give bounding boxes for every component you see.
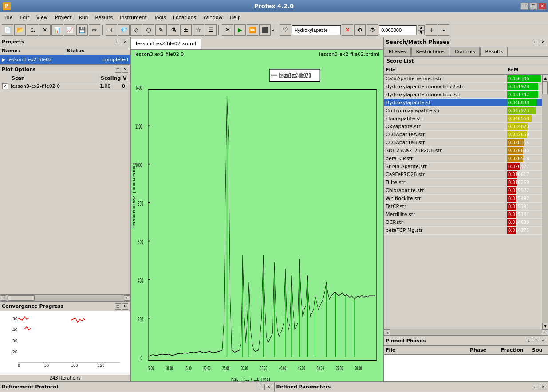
score-row-13[interactable]: Tuite.str 0.016269 [384,179,542,187]
projects-restore-button[interactable]: □ [115,39,121,45]
score-scroll-down[interactable]: ▼ [542,323,548,329]
number-input[interactable] [379,25,417,35]
score-h-scroll-left[interactable]: ◄ [384,329,390,336]
sm-close-button[interactable]: ✕ [540,39,546,45]
pencil-button[interactable]: ✎ [155,24,167,36]
remove-instrument-button[interactable]: ✕ [342,24,353,36]
flask-button[interactable]: ⚗ [168,24,179,36]
score-row-12[interactable]: Ca9FeP7O28.str 0.016617 [384,171,542,179]
crystal2-button[interactable]: ◇ [130,24,142,36]
scroll-left-button[interactable]: ◄ [0,295,6,301]
menu-window[interactable]: Window [200,14,226,21]
add-phase-button[interactable]: + [106,24,117,36]
score-v-scrollbar[interactable]: ▲ ▼ [542,75,548,329]
score-row-10[interactable]: betaTCP.str 0.026518 [384,155,542,163]
projects-close-button[interactable]: ✕ [122,39,128,45]
plot-options-close-button[interactable]: ✕ [122,67,128,73]
plot-h-scrollbar[interactable]: ◄ ► [0,294,130,301]
score-row-9[interactable]: Sr0_25Ca2_75P2O8.str 0.026633 [384,147,542,155]
pinned-edit-button[interactable]: ✏ [540,338,546,344]
score-row-18[interactable]: OCP.str 0.014639 [384,219,542,227]
new-file-button[interactable]: 📄 [2,24,13,36]
score-row-2[interactable]: Hydroxylapatite-monoclinic.str 0.051747 [384,91,542,99]
score-row-16[interactable]: TetCP.str 0.015191 [384,203,542,211]
score-row-11[interactable]: Sr-Mn-Apatite.str 0.020377 [384,163,542,171]
scrollbar-thumb[interactable] [8,295,35,301]
pinned-col-phase: Phase [468,347,499,353]
convergence-close-button[interactable]: ✕ [122,303,128,310]
tab-restrictions[interactable]: Restrictions [411,47,449,56]
chart2-button[interactable]: 📈 [64,24,75,36]
menu-view[interactable]: View [33,14,51,21]
open-button[interactable]: 📂 [14,24,26,36]
param2-button[interactable]: ⚙ [367,24,378,36]
menu-tools[interactable]: Tools [150,14,170,21]
open-folder-button[interactable]: 🗂 [27,24,38,36]
play-button[interactable]: ▶ [234,24,246,36]
heart-button[interactable]: ♡ [280,24,291,36]
stop-button[interactable]: ⬛ [259,24,271,36]
score-row-8[interactable]: CO3ApatiteB.str 0.028364 [384,139,542,147]
param1-button[interactable]: ⚙ [354,24,366,36]
eye-button[interactable]: 👁 [222,24,233,36]
save-button[interactable]: 💾 [76,24,88,36]
score-row-6[interactable]: Oxyapatite.str 0.034820 [384,123,542,131]
spin-up-button[interactable]: ▲ [418,25,425,30]
menu-file[interactable]: File [1,14,16,21]
project-row[interactable]: ▶ lesson3-ex2-file02 completed [0,55,130,64]
close-button[interactable]: ✕ [538,3,546,10]
score-row-7[interactable]: CO3ApatiteA.str 0.032659 [384,131,542,139]
maximize-button[interactable]: □ [529,3,537,10]
pinned-down-button[interactable]: ↓ [526,338,532,344]
circle-button[interactable]: ○ [143,24,154,36]
score-row-15[interactable]: Whitlockite.str 0.015492 [384,195,542,203]
score-row-17[interactable]: Merrillite.str 0.015144 [384,211,542,219]
crystal-button[interactable]: 💎 [118,24,130,36]
score-row-5[interactable]: Fluorapatite.str 0.040568 [384,115,542,123]
score-scroll-thumb[interactable] [542,81,548,94]
refined-restore-button[interactable]: □ [533,384,539,390]
chart-button[interactable]: 📊 [51,24,63,36]
close-button-tb[interactable]: ✕ [39,24,51,36]
menu-edit[interactable]: Edit [16,14,32,21]
scroll-right-button[interactable]: ► [124,295,130,301]
score-row-4[interactable]: Cu-hydroxylapatite.str 0.047923 [384,107,542,115]
score-h-scroll-right[interactable]: ► [542,329,548,336]
instrument-input[interactable] [292,25,341,35]
tab-phases[interactable]: Phases [384,47,411,56]
tab-results[interactable]: Results [480,47,508,56]
more-button[interactable]: » [272,27,274,32]
menu-project[interactable]: Project [51,14,75,21]
tab-file[interactable]: lesson3-ex2-file02.xrdml [131,39,201,49]
plus-minus-button[interactable]: ± [180,24,192,36]
score-row-14[interactable]: Chlorapatite.str 0.015972 [384,187,542,195]
score-row-19[interactable]: betaTCP-Mg.str 0.014275 [384,227,542,235]
menu-locations[interactable]: Locations [170,14,200,21]
refined-close-button[interactable]: ✕ [540,384,546,390]
plot-checkbox[interactable]: ✓ [2,83,8,89]
tab-controls[interactable]: Controls [450,47,480,56]
refinement-close-button[interactable]: ✕ [266,384,272,390]
plus-button[interactable]: + [426,24,437,36]
score-scroll-up[interactable]: ▲ [542,75,548,81]
score-row-1[interactable]: Hydroxylapatite-monoclinic2.str 0.051928 [384,83,542,91]
convergence-restore-button[interactable]: □ [115,303,121,310]
score-row-0[interactable]: CaSrApatite-refined.str 0.056346 [384,75,542,83]
score-row-3[interactable]: Hydroxylapatite.str 0.048838 [384,99,542,107]
menu-instrument[interactable]: Instrument [116,14,150,21]
menu-help[interactable]: Help [226,14,244,21]
spin-down-button[interactable]: ▼ [418,30,425,35]
score-h-scrollbar[interactable]: ◄ ► [384,329,548,335]
edit-button[interactable]: ✏ [89,24,100,36]
refinement-restore-button[interactable]: □ [259,384,265,390]
list-button[interactable]: ☰ [205,24,217,36]
sm-restore-button[interactable]: □ [533,39,539,45]
minimize-button[interactable]: ─ [520,3,528,10]
menu-run[interactable]: Run [75,14,91,21]
menu-results[interactable]: Results [92,14,117,21]
fast-forward-button[interactable]: ⏩ [247,24,258,36]
pinned-up-button[interactable]: ↑ [533,338,539,344]
minus-button[interactable]: - [438,24,449,36]
star-button[interactable]: ☆ [193,24,204,36]
plot-options-restore-button[interactable]: □ [115,67,121,73]
